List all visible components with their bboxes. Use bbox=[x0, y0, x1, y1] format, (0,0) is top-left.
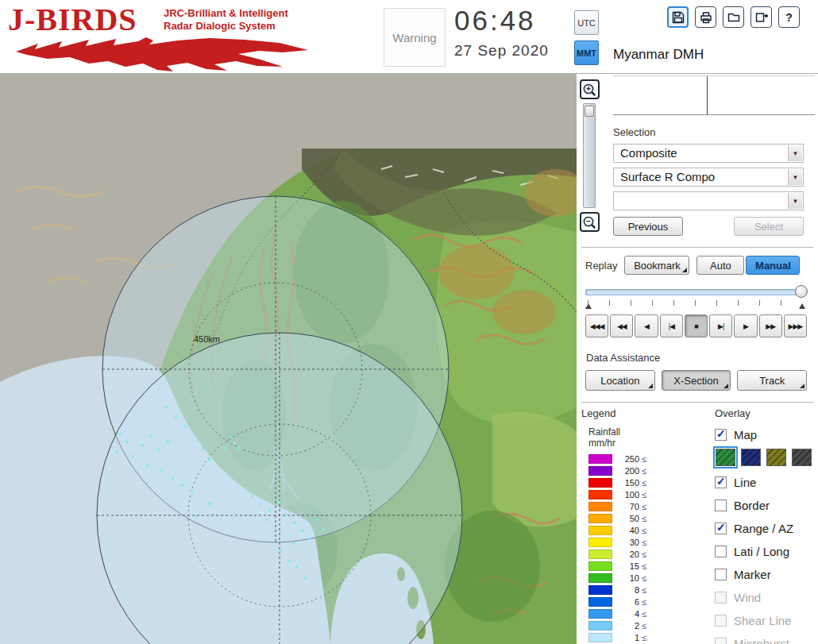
organization-label: Myanmar DMH bbox=[613, 47, 704, 63]
overlay-label: Range / AZ bbox=[734, 522, 793, 535]
legend-value: 8 bbox=[617, 585, 639, 595]
help-button[interactable]: ? bbox=[778, 6, 800, 28]
legend-value: 100 bbox=[617, 490, 639, 499]
play-reverse-button[interactable]: ◀ bbox=[635, 314, 658, 337]
clock-date: 27 Sep 2020 bbox=[454, 42, 549, 60]
product-value: Surface R Compo bbox=[614, 168, 803, 186]
product-category-select[interactable]: Composite ▼ bbox=[613, 144, 804, 163]
overlay-item-marker[interactable]: Marker bbox=[715, 567, 818, 581]
zoom-slider-handle[interactable] bbox=[585, 106, 594, 117]
legend-color-chip bbox=[588, 585, 612, 595]
utc-button[interactable]: UTC bbox=[574, 10, 599, 35]
legend-value: 6 bbox=[617, 597, 639, 607]
track-button[interactable]: Track bbox=[737, 370, 807, 391]
fast-rewind-button[interactable]: ◀◀ bbox=[610, 314, 633, 337]
status-display-divider bbox=[707, 76, 708, 114]
legend-row: 4≤ bbox=[588, 609, 700, 619]
legend-unit: mm/hr bbox=[588, 438, 700, 449]
save-button[interactable] bbox=[667, 6, 689, 28]
dropdown-arrow-button[interactable]: ▼ bbox=[788, 193, 802, 209]
zoom-out-icon: − bbox=[582, 215, 596, 229]
legend-rows: 250≤200≤150≤100≤70≤50≤40≤30≤20≤15≤10≤8≤6… bbox=[588, 454, 700, 642]
checkbox-border[interactable] bbox=[715, 499, 727, 511]
legend-operator: ≤ bbox=[642, 585, 646, 595]
checkbox-map[interactable] bbox=[715, 429, 727, 441]
mmt-button[interactable]: MMT bbox=[574, 40, 599, 65]
product-select[interactable]: Surface R Compo ▼ bbox=[613, 168, 804, 187]
map-style-green-swatch[interactable] bbox=[716, 449, 735, 466]
zoom-slider-track[interactable] bbox=[583, 103, 596, 208]
overlay-label: Shear Line bbox=[734, 614, 792, 627]
legend-operator: ≤ bbox=[642, 526, 646, 535]
legend-row: 8≤ bbox=[588, 585, 700, 595]
legend-row: 15≤ bbox=[588, 561, 700, 571]
jbirds-app: J-BIRDS JRC-Brilliant & Intelligent Rada… bbox=[0, 0, 818, 644]
bookmark-button[interactable]: Bookmark bbox=[624, 256, 689, 275]
stop-button[interactable]: ■ bbox=[685, 314, 708, 337]
overlay-item-border[interactable]: Border bbox=[715, 498, 818, 512]
legend-operator: ≤ bbox=[642, 490, 646, 499]
dropdown-arrow-button[interactable]: ▼ bbox=[788, 145, 802, 161]
auto-button[interactable]: Auto bbox=[696, 256, 744, 275]
legend-row: 20≤ bbox=[588, 550, 700, 559]
fast-forward-button[interactable]: ▶▶ bbox=[759, 314, 782, 337]
export-button[interactable] bbox=[750, 6, 772, 28]
legend-value: 1 bbox=[617, 633, 639, 642]
select-button[interactable]: Select bbox=[734, 217, 804, 236]
timezone-toggle: UTC MMT bbox=[574, 10, 599, 65]
map-style-olive-swatch[interactable] bbox=[766, 449, 786, 466]
legend-value: 70 bbox=[617, 502, 639, 511]
manual-button[interactable]: Manual bbox=[746, 256, 800, 275]
step-back-button[interactable]: |◀ bbox=[660, 314, 683, 337]
legend-operator: ≤ bbox=[642, 633, 646, 642]
legend-color-chip bbox=[588, 514, 612, 523]
checkbox-shear-line bbox=[715, 615, 727, 627]
zoom-in-button[interactable]: + bbox=[580, 79, 600, 99]
dropdown-arrow-button[interactable]: ▼ bbox=[788, 169, 802, 185]
step-forward-button[interactable]: ▶| bbox=[709, 314, 732, 337]
overlay-item-line[interactable]: Line bbox=[715, 475, 818, 489]
play-button[interactable]: ▶ bbox=[734, 314, 757, 337]
legend-row: 2≤ bbox=[588, 621, 700, 631]
overlay-label: Lati / Long bbox=[734, 545, 789, 558]
radar-map-canvas[interactable]: 450km bbox=[0, 74, 577, 644]
legend-value: 4 bbox=[617, 609, 639, 619]
zoom-out-button[interactable]: − bbox=[580, 212, 600, 232]
checkbox-marker[interactable] bbox=[715, 569, 727, 580]
open-button[interactable] bbox=[723, 6, 744, 28]
legend-row: 1≤ bbox=[588, 633, 700, 642]
overlay-title: Overlay bbox=[715, 407, 818, 419]
overlay-label: Map bbox=[734, 428, 757, 442]
xsection-button[interactable]: X-Section bbox=[662, 370, 731, 391]
overlay-label: Line bbox=[734, 476, 756, 489]
checkbox-line[interactable] bbox=[715, 476, 727, 488]
checkbox-lati-long[interactable] bbox=[715, 546, 727, 557]
replay-slider-track[interactable] bbox=[585, 289, 802, 295]
legend-color-chip bbox=[588, 490, 612, 499]
replay-slider-knob[interactable] bbox=[795, 285, 808, 298]
checkbox-range-az[interactable] bbox=[715, 523, 727, 534]
product-sub-select[interactable]: ▼ bbox=[613, 191, 804, 210]
map-style-navy-swatch[interactable] bbox=[741, 449, 761, 466]
app-logo-subtitle: JRC-Brilliant & Intelligent Radar Dialog… bbox=[164, 7, 288, 33]
legend-value: 50 bbox=[617, 514, 639, 523]
previous-button[interactable]: Previous bbox=[613, 217, 683, 236]
overlay-item-lati-long[interactable]: Lati / Long bbox=[715, 544, 818, 558]
location-button[interactable]: Location bbox=[585, 370, 655, 391]
legend-value: 15 bbox=[617, 561, 639, 571]
seek-end-button[interactable]: ▶▶▶ bbox=[784, 314, 807, 337]
chevron-down-icon: ▼ bbox=[793, 174, 799, 181]
checkbox-wind bbox=[715, 592, 727, 604]
print-button[interactable] bbox=[695, 6, 716, 28]
map-zoom-controls: + − bbox=[579, 79, 600, 232]
overlay-list: MapLineBorderRange / AZLati / LongMarker… bbox=[715, 427, 818, 644]
seek-start-button[interactable]: ◀◀◀ bbox=[585, 314, 608, 337]
svg-text:−: − bbox=[586, 217, 591, 226]
overlay-item-range-az[interactable]: Range / AZ bbox=[715, 521, 818, 535]
header: J-BIRDS JRC-Brilliant & Intelligent Rada… bbox=[0, 0, 818, 74]
overlay-item-map[interactable]: Map bbox=[715, 427, 818, 442]
map-style-gray-swatch[interactable] bbox=[792, 449, 812, 466]
legend-value: 20 bbox=[617, 550, 639, 559]
overlay-label: Microburst bbox=[734, 637, 789, 644]
legend-quantity: Rainfall bbox=[588, 426, 700, 438]
